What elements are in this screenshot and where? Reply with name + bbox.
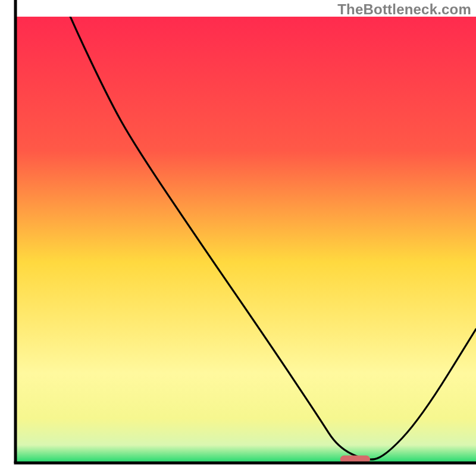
- watermark-text: TheBottleneck.com: [337, 1, 471, 18]
- bottleneck-chart: [0, 0, 476, 476]
- chart-frame: TheBottleneck.com: [0, 0, 476, 476]
- plot-background: [15, 17, 476, 463]
